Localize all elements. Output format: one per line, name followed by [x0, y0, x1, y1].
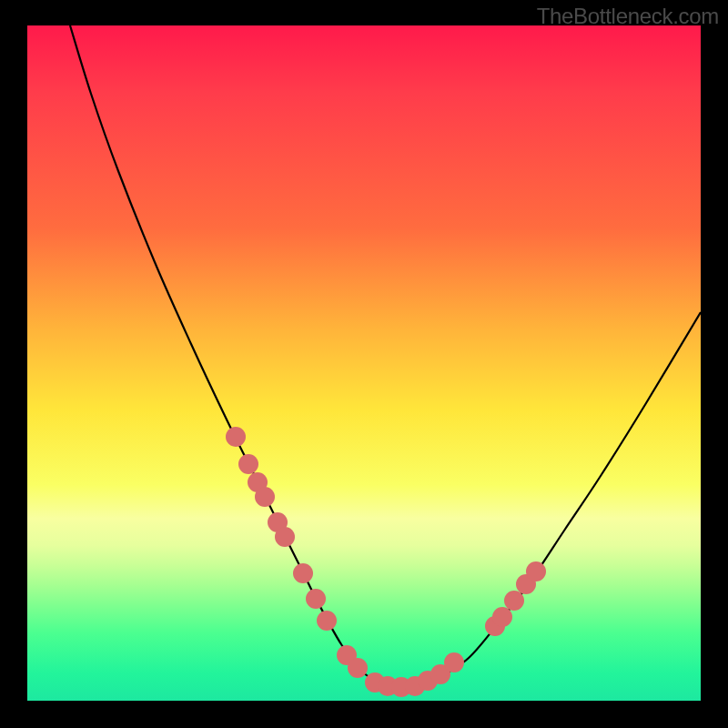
data-marker: [348, 658, 368, 678]
data-marker: [293, 563, 313, 583]
watermark-text: TheBottleneck.com: [537, 4, 719, 29]
bottleneck-curve: [70, 25, 701, 686]
data-marker: [492, 607, 512, 627]
marker-group: [226, 427, 546, 697]
data-marker: [444, 652, 464, 672]
data-marker: [226, 427, 246, 447]
data-marker: [317, 611, 337, 631]
data-marker: [238, 454, 258, 474]
plot-area: [27, 25, 701, 701]
data-marker: [306, 589, 326, 609]
data-marker: [526, 561, 546, 581]
data-marker: [255, 487, 275, 507]
data-marker: [504, 591, 524, 611]
chart-frame: TheBottleneck.com: [0, 0, 728, 728]
data-marker: [275, 527, 295, 547]
curve-svg: [27, 25, 701, 701]
